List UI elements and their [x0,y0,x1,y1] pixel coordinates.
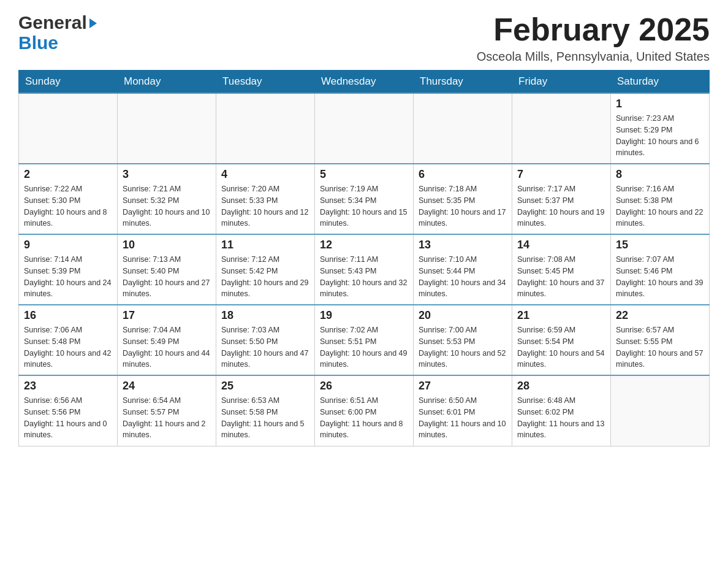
day-info: Sunrise: 7:04 AMSunset: 5:49 PMDaylight:… [123,324,211,370]
day-info: Sunrise: 7:02 AMSunset: 5:51 PMDaylight:… [320,324,408,370]
day-number: 4 [221,168,309,181]
day-info: Sunrise: 6:51 AMSunset: 6:00 PMDaylight:… [320,395,408,441]
calendar-cell [512,93,611,164]
day-number: 25 [221,380,309,393]
day-info: Sunrise: 7:18 AMSunset: 5:35 PMDaylight:… [419,183,507,229]
calendar-cell: 6Sunrise: 7:18 AMSunset: 5:35 PMDaylight… [414,164,512,234]
calendar-cell: 10Sunrise: 7:13 AMSunset: 5:40 PMDayligh… [118,234,216,305]
location-text: Osceola Mills, Pennsylvania, United Stat… [477,50,710,64]
day-number: 28 [517,380,605,393]
month-title: February 2025 [477,12,710,47]
day-info: Sunrise: 7:08 AMSunset: 5:45 PMDaylight:… [517,254,605,300]
calendar-cell: 15Sunrise: 7:07 AMSunset: 5:46 PMDayligh… [611,234,710,305]
day-info: Sunrise: 6:57 AMSunset: 5:55 PMDaylight:… [616,324,704,370]
week-row-1: 2Sunrise: 7:22 AMSunset: 5:30 PMDaylight… [19,164,710,234]
day-info: Sunrise: 7:17 AMSunset: 5:37 PMDaylight:… [517,183,605,229]
day-number: 21 [517,309,605,322]
day-number: 6 [419,168,507,181]
calendar-cell [315,93,414,164]
calendar-cell: 11Sunrise: 7:12 AMSunset: 5:42 PMDayligh… [216,234,315,305]
calendar-cell: 17Sunrise: 7:04 AMSunset: 5:49 PMDayligh… [118,305,216,375]
day-number: 1 [616,98,704,110]
calendar-cell: 23Sunrise: 6:56 AMSunset: 5:56 PMDayligh… [19,375,118,446]
day-number: 16 [24,309,112,322]
calendar-table: Sunday Monday Tuesday Wednesday Thursday… [18,70,710,446]
day-number: 12 [320,239,408,251]
calendar-body: 1Sunrise: 7:23 AMSunset: 5:29 PMDaylight… [19,93,710,446]
calendar-cell: 8Sunrise: 7:16 AMSunset: 5:38 PMDaylight… [611,164,710,234]
calendar-cell: 27Sunrise: 6:50 AMSunset: 6:01 PMDayligh… [414,375,512,446]
logo-blue-text: Blue [18,33,58,53]
day-info: Sunrise: 7:00 AMSunset: 5:53 PMDaylight:… [419,324,507,370]
day-info: Sunrise: 6:59 AMSunset: 5:54 PMDaylight:… [517,324,605,370]
calendar-cell: 26Sunrise: 6:51 AMSunset: 6:00 PMDayligh… [315,375,414,446]
day-number: 19 [320,309,408,322]
col-wednesday: Wednesday [315,71,414,94]
day-number: 15 [616,239,704,251]
day-info: Sunrise: 7:11 AMSunset: 5:43 PMDaylight:… [320,254,408,300]
day-info: Sunrise: 7:12 AMSunset: 5:42 PMDaylight:… [221,254,309,300]
calendar-cell: 28Sunrise: 6:48 AMSunset: 6:02 PMDayligh… [512,375,611,446]
day-number: 26 [320,380,408,393]
day-info: Sunrise: 6:48 AMSunset: 6:02 PMDaylight:… [517,395,605,441]
logo: General Blue [18,12,97,53]
day-info: Sunrise: 6:50 AMSunset: 6:01 PMDaylight:… [419,395,507,441]
day-info: Sunrise: 7:19 AMSunset: 5:34 PMDaylight:… [320,183,408,229]
logo-general-text: General [18,12,87,33]
day-info: Sunrise: 7:20 AMSunset: 5:33 PMDaylight:… [221,183,309,229]
day-info: Sunrise: 6:54 AMSunset: 5:57 PMDaylight:… [123,395,211,441]
day-number: 27 [419,380,507,393]
day-number: 17 [123,309,211,322]
day-info: Sunrise: 7:10 AMSunset: 5:44 PMDaylight:… [419,254,507,300]
calendar-cell: 13Sunrise: 7:10 AMSunset: 5:44 PMDayligh… [414,234,512,305]
day-info: Sunrise: 6:56 AMSunset: 5:56 PMDaylight:… [24,395,112,441]
calendar-cell: 7Sunrise: 7:17 AMSunset: 5:37 PMDaylight… [512,164,611,234]
page-header: General Blue February 2025 Osceola Mills… [18,12,710,64]
day-info: Sunrise: 7:16 AMSunset: 5:38 PMDaylight:… [616,183,704,229]
day-number: 5 [320,168,408,181]
day-number: 20 [419,309,507,322]
calendar-cell: 24Sunrise: 6:54 AMSunset: 5:57 PMDayligh… [118,375,216,446]
day-number: 8 [616,168,704,181]
title-section: February 2025 Osceola Mills, Pennsylvani… [477,12,710,64]
day-number: 23 [24,380,112,393]
calendar-cell: 12Sunrise: 7:11 AMSunset: 5:43 PMDayligh… [315,234,414,305]
calendar-cell: 5Sunrise: 7:19 AMSunset: 5:34 PMDaylight… [315,164,414,234]
calendar-cell [19,93,118,164]
day-number: 22 [616,309,704,322]
day-number: 18 [221,309,309,322]
calendar-cell: 2Sunrise: 7:22 AMSunset: 5:30 PMDaylight… [19,164,118,234]
calendar-cell: 9Sunrise: 7:14 AMSunset: 5:39 PMDaylight… [19,234,118,305]
week-row-0: 1Sunrise: 7:23 AMSunset: 5:29 PMDaylight… [19,93,710,164]
logo-triangle-icon [89,18,97,28]
day-info: Sunrise: 6:53 AMSunset: 5:58 PMDaylight:… [221,395,309,441]
col-friday: Friday [512,71,611,94]
day-number: 2 [24,168,112,181]
week-row-3: 16Sunrise: 7:06 AMSunset: 5:48 PMDayligh… [19,305,710,375]
week-row-4: 23Sunrise: 6:56 AMSunset: 5:56 PMDayligh… [19,375,710,446]
day-info: Sunrise: 7:07 AMSunset: 5:46 PMDaylight:… [616,254,704,300]
calendar-cell: 4Sunrise: 7:20 AMSunset: 5:33 PMDaylight… [216,164,315,234]
day-info: Sunrise: 7:22 AMSunset: 5:30 PMDaylight:… [24,183,112,229]
calendar-cell: 16Sunrise: 7:06 AMSunset: 5:48 PMDayligh… [19,305,118,375]
day-number: 9 [24,239,112,251]
calendar-cell [216,93,315,164]
day-info: Sunrise: 7:13 AMSunset: 5:40 PMDaylight:… [123,254,211,300]
day-number: 3 [123,168,211,181]
day-number: 14 [517,239,605,251]
week-row-2: 9Sunrise: 7:14 AMSunset: 5:39 PMDaylight… [19,234,710,305]
day-number: 13 [419,239,507,251]
day-info: Sunrise: 7:03 AMSunset: 5:50 PMDaylight:… [221,324,309,370]
col-saturday: Saturday [611,71,710,94]
col-thursday: Thursday [414,71,512,94]
day-number: 10 [123,239,211,251]
calendar-cell [611,375,710,446]
col-sunday: Sunday [19,71,118,94]
day-info: Sunrise: 7:06 AMSunset: 5:48 PMDaylight:… [24,324,112,370]
calendar-cell [414,93,512,164]
day-number: 11 [221,239,309,251]
col-monday: Monday [118,71,216,94]
day-info: Sunrise: 7:14 AMSunset: 5:39 PMDaylight:… [24,254,112,300]
calendar-header-row: Sunday Monday Tuesday Wednesday Thursday… [19,71,710,94]
calendar-cell [118,93,216,164]
